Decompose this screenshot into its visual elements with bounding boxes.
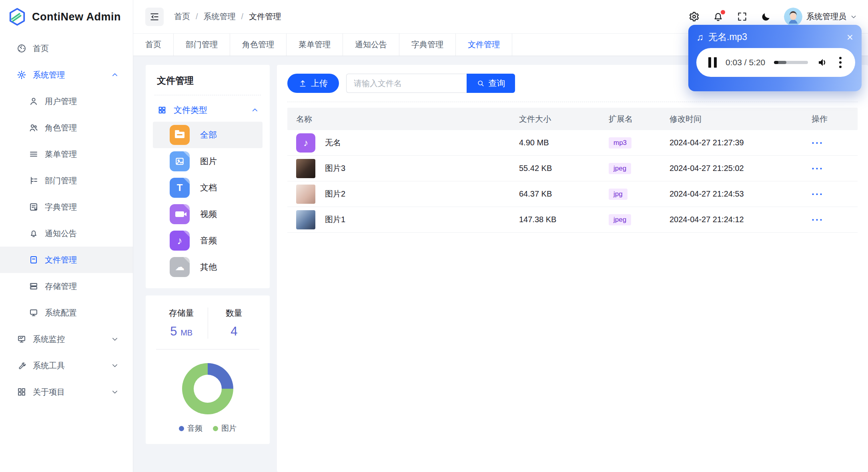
sidebar-item-config[interactable]: 系统配置 [0, 299, 133, 326]
file-type-label: 其他 [200, 261, 217, 273]
sidebar-item-notices[interactable]: 通知公告 [0, 220, 133, 247]
pause-button[interactable] [708, 57, 717, 68]
chevron-down-icon [111, 362, 118, 369]
server-icon [29, 281, 38, 291]
volume-button[interactable] [817, 56, 829, 68]
tab-roles[interactable]: 角色管理 [230, 34, 287, 56]
tab-files[interactable]: 文件管理 [456, 34, 512, 56]
sidebar-item-home[interactable]: 首页 [0, 35, 133, 62]
notifications-button[interactable] [712, 11, 724, 23]
tab-departments[interactable]: 部门管理 [174, 34, 230, 56]
sidebar-item-label: 系统工具 [33, 360, 111, 371]
sidebar-item-departments[interactable]: 部门管理 [0, 167, 133, 194]
fullscreen-icon [737, 11, 748, 22]
search-input[interactable] [346, 74, 467, 93]
file-thumbnail [296, 159, 315, 178]
sidebar-item-files[interactable]: 文件管理 [0, 247, 133, 273]
grid-icon [158, 106, 166, 114]
search-group: 查询 [346, 74, 515, 93]
ext-badge: jpeg [609, 163, 631, 174]
table-row[interactable]: 图片2 64.37 KB jpg 2024-04-27 21:24:53 ··· [287, 181, 858, 207]
user-icon [29, 96, 38, 106]
seek-bar[interactable] [774, 61, 808, 64]
tab-label: 菜单管理 [299, 39, 331, 50]
playback-time: 0:03 / 5:20 [726, 58, 765, 67]
file-name: 图片3 [325, 163, 345, 174]
legend-item-image[interactable]: 图片 [213, 423, 237, 434]
sidebar-item-tools[interactable]: 系统工具 [0, 352, 133, 379]
ext-badge: jpg [609, 189, 627, 200]
file-type-image[interactable]: 图片 [153, 148, 263, 175]
tab-notices[interactable]: 通知公告 [343, 34, 399, 56]
tab-label: 部门管理 [186, 39, 218, 50]
page-title: 文件管理 [153, 74, 263, 87]
sidebar-item-roles[interactable]: 角色管理 [0, 114, 133, 141]
upload-button-label: 上传 [311, 78, 328, 89]
settings-button[interactable] [688, 11, 700, 23]
more-options-button[interactable] [838, 55, 843, 70]
tab-home[interactable]: 首页 [133, 34, 174, 56]
music-file-icon: ♪ [296, 133, 315, 153]
upload-icon [299, 79, 307, 88]
breadcrumb-home[interactable]: 首页 [174, 11, 190, 22]
avatar [784, 8, 802, 26]
upload-button[interactable]: 上传 [287, 74, 339, 93]
sidebar-item-dictionary[interactable]: 字典管理 [0, 194, 133, 220]
monitor-icon [29, 308, 38, 317]
logo-row[interactable]: ContiNew Admin [0, 0, 133, 34]
app-logo-icon [8, 8, 26, 26]
query-button[interactable]: 查询 [467, 74, 515, 93]
breadcrumb-current: 文件管理 [249, 11, 281, 22]
close-icon[interactable] [845, 32, 855, 42]
storage-donut [182, 363, 233, 414]
sidebar-item-monitoring[interactable]: 系统监控 [0, 326, 133, 352]
app-title: ContiNew Admin [32, 11, 121, 23]
tab-dictionary[interactable]: 字典管理 [399, 34, 456, 56]
file-type-label: 视频 [200, 209, 217, 220]
music-note-icon: ♫ [696, 32, 704, 42]
row-actions-button[interactable]: ··· [807, 214, 858, 225]
file-size: 4.90 MB [518, 138, 608, 147]
file-type-other[interactable]: ☁ 其他 [153, 254, 263, 280]
sidebar-item-users[interactable]: 用户管理 [0, 88, 133, 114]
table-row[interactable]: 图片1 147.38 KB jpeg 2024-04-27 21:24:12 ·… [287, 207, 858, 233]
sidebar-item-storage[interactable]: 存储管理 [0, 273, 133, 299]
legend-dot-audio [179, 426, 184, 431]
chevron-up-icon [251, 106, 259, 114]
users-icon [29, 123, 38, 133]
sidebar-collapse-button[interactable] [145, 8, 164, 26]
image-file-icon [170, 151, 190, 171]
col-header-size: 文件大小 [518, 114, 608, 125]
table-row[interactable]: ♪ 无名 4.90 MB mp3 2024-04-27 21:27:39 ··· [287, 130, 858, 156]
chevron-down-icon [850, 14, 857, 20]
file-type-document[interactable]: T 文档 [153, 175, 263, 201]
file-name: 图片1 [325, 214, 345, 225]
file-thumbnail [296, 185, 315, 204]
row-actions-button[interactable]: ··· [807, 189, 858, 200]
sidebar-item-menus[interactable]: 菜单管理 [0, 141, 133, 167]
sidebar-item-label: 系统监控 [33, 334, 111, 345]
tree-icon [29, 176, 38, 185]
fullscreen-button[interactable] [736, 11, 748, 23]
file-type-group-toggle[interactable]: 文件类型 [153, 98, 263, 122]
tab-label: 通知公告 [355, 39, 387, 50]
sidebar-item-system[interactable]: 系统管理 [0, 62, 133, 88]
row-actions-button[interactable]: ··· [807, 137, 858, 149]
dark-mode-button[interactable] [760, 11, 772, 23]
file-type-video[interactable]: 视频 [153, 201, 263, 227]
breadcrumb-system[interactable]: 系统管理 [204, 11, 236, 22]
row-actions-button[interactable]: ··· [807, 163, 858, 174]
sidebar-item-label: 用户管理 [45, 96, 133, 107]
file-type-audio[interactable]: ♪ 音频 [153, 227, 263, 254]
table-row[interactable]: 图片3 55.42 KB jpeg 2024-04-27 21:25:02 ··… [287, 156, 858, 181]
file-type-all[interactable]: 全部 [153, 122, 263, 148]
tab-menus[interactable]: 菜单管理 [287, 34, 343, 56]
user-menu[interactable]: 系统管理员 [784, 8, 857, 26]
legend-item-audio[interactable]: 音频 [179, 423, 202, 434]
sidebar-item-about[interactable]: 关于项目 [0, 379, 133, 405]
file-name: 图片2 [325, 189, 345, 199]
tab-label: 文件管理 [468, 39, 500, 50]
username: 系统管理员 [806, 11, 846, 22]
file-type-label: 文档 [200, 182, 217, 193]
sidebar-item-label: 文件管理 [45, 255, 133, 265]
